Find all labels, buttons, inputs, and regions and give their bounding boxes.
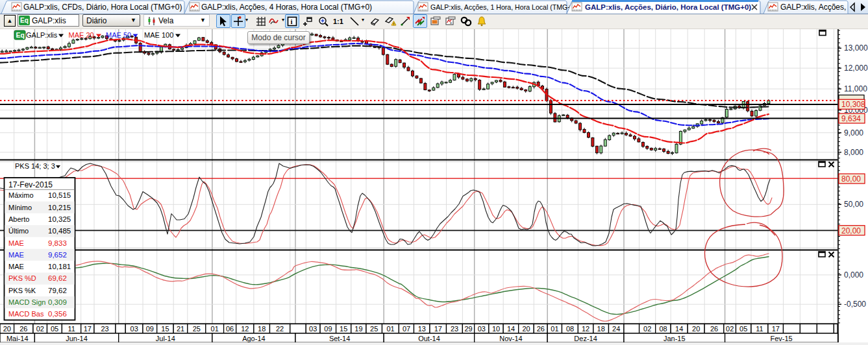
svg-text:11,000: 11,000 [844,84,867,93]
svg-text:18: 18 [597,325,605,333]
svg-text:13,000: 13,000 [844,43,868,53]
svg-text:Fev-15: Fev-15 [770,335,792,342]
svg-text:Set-14: Set-14 [329,335,350,342]
svg-text:GALP:xlis, Acções, 1 Hora, Hor: GALP:xlis, Acções, 1 Hora, Hora Local (T… [430,3,578,11]
svg-text:0,356: 0,356 [48,310,67,318]
svg-text:MAE: MAE [8,239,24,247]
svg-text:07: 07 [403,325,410,333]
svg-text:21: 21 [177,325,184,333]
svg-text:GALP:xlis, Acções, Diário, Hor: GALP:xlis, Acções, Diário, Hora Local (T… [585,3,751,11]
svg-text:10,308: 10,308 [841,100,865,109]
svg-text:11: 11 [68,325,75,333]
svg-text:x: x [450,21,452,25]
svg-text:29: 29 [464,325,472,333]
svg-text:GALP:xlis, Acções, 4 Horas, Ho: GALP:xlis, Acções, 4 Horas, Hora Local (… [201,3,372,12]
svg-text:MAE 100: MAE 100 [144,31,173,39]
svg-text:50,00: 50,00 [844,200,863,209]
svg-text:12,000: 12,000 [844,64,868,73]
svg-text:24: 24 [612,325,620,333]
svg-text:69,62: 69,62 [48,274,67,282]
svg-text:26: 26 [537,325,545,333]
svg-text:Máximo: Máximo [8,191,34,199]
svg-text:MACD Sign: MACD Sign [8,298,45,306]
svg-text:PKS 14; 3; 3: PKS 14; 3; 3 [15,162,55,170]
svg-text:15: 15 [161,325,169,333]
svg-text:25: 25 [370,325,378,333]
svg-text:19: 19 [354,325,362,333]
svg-text:23: 23 [451,325,458,333]
svg-text:20: 20 [692,325,700,333]
svg-text:9,634: 9,634 [841,114,861,123]
svg-text:MACD Bas: MACD Bas [8,310,44,318]
svg-text:17: 17 [772,325,780,333]
svg-text:17: 17 [434,325,442,333]
svg-text:12: 12 [582,325,589,333]
svg-text:20: 20 [522,325,530,333]
svg-text:Mai-14: Mai-14 [6,335,29,342]
svg-text:05: 05 [51,325,58,333]
svg-text:80,00: 80,00 [841,174,861,184]
svg-text:09: 09 [324,325,332,333]
svg-text:23: 23 [101,325,108,333]
svg-text:Jul-14: Jul-14 [156,335,175,342]
svg-text:9,000: 9,000 [844,128,863,137]
svg-text:MAE 50: MAE 50 [106,31,131,39]
svg-text:20: 20 [3,325,11,333]
svg-text:01: 01 [551,325,558,333]
svg-text:01: 01 [211,325,219,333]
svg-text:10,515: 10,515 [48,191,71,199]
svg-text:PKS %K: PKS %K [8,287,36,294]
svg-text:GALP:xlis: GALP:xlis [26,31,58,39]
svg-text:03: 03 [309,325,317,333]
svg-text:1:1: 1:1 [333,18,343,25]
svg-text:10,325: 10,325 [48,215,71,223]
svg-text:15: 15 [340,325,347,333]
svg-text:10: 10 [492,325,500,333]
svg-text:GALP:xlis, CFDs, Diário, Hora: GALP:xlis, CFDs, Diário, Hora Local (TMG… [23,3,182,12]
svg-text:!: ! [393,21,395,25]
svg-text:06: 06 [226,325,234,333]
svg-text:Dez-14: Dez-14 [574,335,597,342]
svg-text:12: 12 [241,325,249,333]
svg-text:13: 13 [418,325,426,333]
svg-text:26: 26 [710,325,718,333]
svg-text:Eq: Eq [16,31,25,39]
svg-text:Nov-14: Nov-14 [499,335,522,342]
svg-text:10,485: 10,485 [48,227,71,235]
svg-text:20,00: 20,00 [841,226,861,235]
svg-text:MAE 20: MAE 20 [69,31,94,39]
svg-text:01: 01 [386,325,394,333]
svg-text:i: i [291,18,293,25]
svg-text:Ago-14: Ago-14 [242,335,265,342]
svg-text:Último: Último [8,227,29,235]
svg-text:26: 26 [19,325,27,333]
svg-text:-0,500: -0,500 [844,300,866,309]
svg-text:02: 02 [643,325,651,333]
svg-text:18: 18 [258,325,266,333]
svg-text:05: 05 [739,325,747,333]
svg-text:22: 22 [276,325,284,333]
svg-text:09: 09 [146,325,154,333]
svg-text:Out-14: Out-14 [418,335,440,342]
svg-text:17-Fev-2015: 17-Fev-2015 [8,180,53,189]
svg-text:08: 08 [659,325,667,333]
svg-text:03: 03 [478,325,486,333]
svg-text:14: 14 [507,325,515,333]
svg-text:79,62: 79,62 [48,287,67,294]
svg-text:Mínimo: Mínimo [8,204,32,211]
svg-text:08: 08 [566,325,574,333]
svg-text:MAE: MAE [8,251,24,259]
svg-text:17: 17 [84,325,92,333]
svg-text:11: 11 [756,325,763,333]
svg-text:Jan-15: Jan-15 [663,335,686,342]
svg-text:PKS %D: PKS %D [8,274,36,282]
svg-text:Jun-14: Jun-14 [66,335,88,342]
svg-text:MAE: MAE [8,263,24,270]
svg-text:14: 14 [675,325,683,333]
svg-text:02: 02 [726,325,734,333]
svg-text:0,000: 0,000 [844,270,863,280]
svg-text:10,181: 10,181 [48,263,71,270]
svg-text:Aberto: Aberto [8,215,29,223]
svg-text:9,652: 9,652 [48,251,67,259]
svg-text:9,833: 9,833 [48,239,67,247]
